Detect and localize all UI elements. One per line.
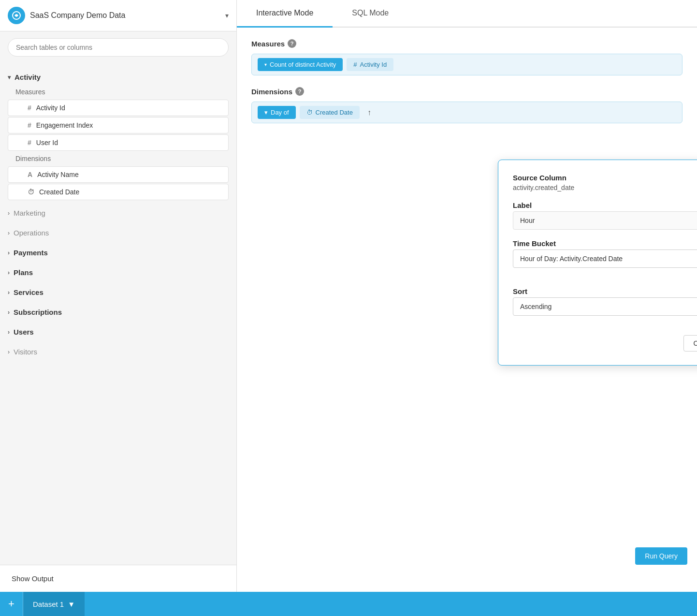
company-logo	[8, 7, 25, 24]
dimensions-section-label: Dimensions	[0, 152, 236, 165]
table-group-header-subscriptions[interactable]: › Subscriptions	[0, 304, 236, 320]
table-group-subscriptions: › Subscriptions	[0, 302, 236, 322]
measures-row: ▾ Count of distinct Activity # Activity …	[251, 54, 682, 75]
table-group-marketing: › Marketing	[0, 203, 236, 223]
add-dataset-button[interactable]: +	[0, 592, 23, 616]
dim-tag-icon: ⏱	[306, 109, 313, 116]
search-container	[0, 31, 236, 63]
activity-chevron-icon: ▾	[8, 74, 11, 81]
right-panel-container: Interactive Mode SQL Mode Measures ? ▾ C…	[237, 0, 697, 592]
hash-icon: #	[28, 139, 31, 147]
dimensions-row: ▾ Day of ⏱ Created Date ↑	[251, 102, 682, 123]
clock-icon: ⏱	[28, 188, 34, 196]
visitors-chevron-icon: ›	[8, 349, 10, 355]
run-query-area: Run Query	[635, 547, 687, 565]
table-group-operations: › Operations	[0, 223, 236, 243]
sort-arrow-icon[interactable]: ↑	[363, 106, 375, 119]
dim-tag-label: Created Date	[316, 109, 353, 116]
table-group-header-payments[interactable]: › Payments	[0, 245, 236, 261]
tabs-bar: Interactive Mode SQL Mode	[237, 0, 697, 28]
dimensions-help-icon[interactable]: ?	[295, 87, 304, 96]
popup-actions: Cancel Ok	[513, 335, 697, 352]
search-input[interactable]	[8, 38, 229, 57]
popup-overlay: Source Column activity.created_date Labe…	[498, 160, 697, 366]
time-bucket-title: Time Bucket	[513, 239, 697, 248]
sort-select[interactable]: Ascending Descending	[513, 297, 697, 316]
field-engagement-index: Engagement Index	[36, 121, 93, 129]
activity-label: Activity	[15, 73, 41, 81]
dimensions-title: Dimensions ?	[251, 87, 682, 96]
label-title: Label	[513, 201, 697, 209]
time-bucket-select[interactable]: Hour of Day: Activity.Created Date Day o…	[513, 249, 697, 268]
source-column-value: activity.created_date	[513, 184, 697, 191]
table-group-payments: › Payments	[0, 243, 236, 263]
measures-title: Measures ?	[251, 39, 682, 48]
plans-label: Plans	[14, 268, 33, 277]
subscriptions-label: Subscriptions	[14, 308, 62, 316]
marketing-label: Marketing	[14, 209, 45, 217]
marketing-chevron-icon: ›	[8, 210, 10, 217]
chip-dropdown-icon: ▾	[264, 62, 267, 67]
sidebar: SaaS Company Demo Data ▾ ▾ Activity Meas…	[0, 0, 237, 592]
table-group-header-activity[interactable]: ▾ Activity	[0, 69, 236, 85]
run-query-button[interactable]: Run Query	[635, 547, 687, 565]
text-icon: A	[28, 171, 32, 178]
list-item[interactable]: # Activity Id	[8, 100, 229, 116]
hash-icon: #	[28, 121, 31, 129]
table-group-header-plans[interactable]: › Plans	[0, 264, 236, 280]
table-group-services: › Services	[0, 282, 236, 302]
dimension-chip-label: Day of	[271, 109, 289, 116]
users-label: Users	[14, 328, 34, 336]
field-activity-name: Activity Name	[37, 171, 79, 178]
label-input[interactable]	[513, 211, 697, 230]
sort-title: Sort	[513, 287, 697, 295]
show-output-label: Show Output	[12, 574, 54, 583]
source-column-label: Source Column	[513, 174, 697, 182]
operations-chevron-icon: ›	[8, 230, 10, 236]
sort-select-wrapper: Ascending Descending	[513, 297, 697, 325]
operations-label: Operations	[14, 229, 49, 237]
measure-tag-label: Activity Id	[360, 61, 387, 68]
table-group-header-visitors[interactable]: › Visitors	[0, 344, 236, 360]
measure-chip-label: Count of distinct Activity	[270, 61, 336, 68]
table-group-activity: ▾ Activity Measures # Activity Id # Enga…	[0, 67, 236, 203]
dimension-editor-popup: Source Column activity.created_date Labe…	[498, 160, 697, 366]
list-item[interactable]: A Activity Name	[8, 166, 229, 183]
table-group-plans: › Plans	[0, 263, 236, 282]
plans-chevron-icon: ›	[8, 269, 10, 276]
field-activity-id: Activity Id	[36, 104, 65, 112]
show-output-bar: Show Output	[0, 565, 236, 592]
tab-sql-mode[interactable]: SQL Mode	[333, 0, 408, 28]
measure-chip[interactable]: ▾ Count of distinct Activity	[258, 58, 343, 71]
cancel-button[interactable]: Cancel	[683, 335, 697, 352]
hash-icon: #	[28, 104, 31, 112]
list-item[interactable]: ⏱ Created Date	[8, 184, 229, 200]
measures-section-label: Measures	[0, 85, 236, 99]
subscriptions-chevron-icon: ›	[8, 309, 10, 316]
tab-interactive-mode[interactable]: Interactive Mode	[237, 0, 333, 28]
table-group-header-services[interactable]: › Services	[0, 284, 236, 300]
dimension-chip[interactable]: ▾ Day of	[258, 106, 296, 119]
payments-label: Payments	[14, 249, 48, 257]
company-name: SaaS Company Demo Data	[30, 11, 220, 20]
company-chevron-icon[interactable]: ▾	[225, 12, 229, 19]
list-item[interactable]: # User Id	[8, 134, 229, 151]
table-group-users: › Users	[0, 322, 236, 342]
table-group-header-users[interactable]: › Users	[0, 324, 236, 340]
services-chevron-icon: ›	[8, 289, 10, 296]
field-user-id: User Id	[36, 139, 58, 147]
footer-tab-chevron-icon: ▼	[68, 600, 75, 608]
visitors-label: Visitors	[14, 348, 37, 356]
payments-chevron-icon: ›	[8, 249, 10, 256]
list-item[interactable]: # Engagement Index	[8, 117, 229, 133]
measures-help-icon[interactable]: ?	[288, 39, 296, 48]
measure-tag[interactable]: # Activity Id	[347, 58, 393, 71]
table-group-header-marketing[interactable]: › Marketing	[0, 205, 236, 221]
footer-tabs: + Dataset 1 ▼	[0, 592, 697, 616]
footer-dataset-tab[interactable]: Dataset 1 ▼	[23, 592, 85, 616]
table-group-header-operations[interactable]: › Operations	[0, 225, 236, 241]
table-group-visitors: › Visitors	[0, 342, 236, 362]
sidebar-content: ▾ Activity Measures # Activity Id # Enga…	[0, 63, 236, 565]
dimension-tag[interactable]: ⏱ Created Date	[300, 106, 360, 119]
users-chevron-icon: ›	[8, 329, 10, 336]
